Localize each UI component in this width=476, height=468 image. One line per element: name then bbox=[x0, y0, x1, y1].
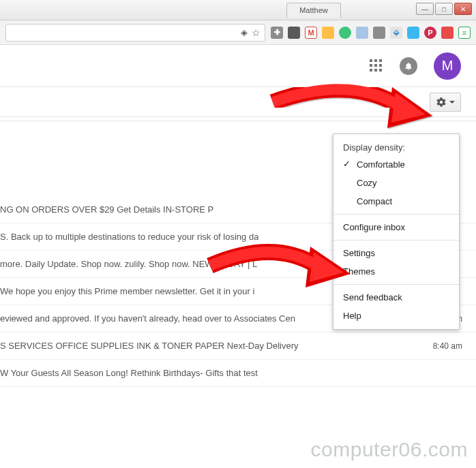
density-comfortable[interactable]: Comfortable bbox=[333, 155, 459, 174]
help-item[interactable]: Help bbox=[333, 307, 459, 325]
caret-down-icon bbox=[449, 101, 455, 104]
gmail-header: M bbox=[0, 45, 476, 87]
notifications-bell-icon[interactable] bbox=[400, 57, 417, 75]
extension-icon[interactable] bbox=[407, 27, 419, 39]
extension-icon[interactable] bbox=[288, 27, 300, 39]
minimize-button[interactable]: ― bbox=[416, 3, 434, 15]
send-feedback-item[interactable]: Send feedback bbox=[333, 288, 459, 307]
settings-item[interactable]: Settings bbox=[333, 244, 459, 262]
extension-icon[interactable]: ✚ bbox=[271, 27, 283, 39]
browser-toolbar: ◈ ☆ ✚ M ⬙ P ≡ bbox=[0, 20, 476, 45]
window-controls: ― □ ✕ bbox=[415, 3, 472, 15]
bookmark-star-icon[interactable]: ☆ bbox=[252, 27, 261, 38]
menu-separator bbox=[333, 284, 459, 285]
google-apps-icon[interactable] bbox=[370, 59, 383, 73]
extension-icon[interactable] bbox=[441, 27, 453, 39]
menu-separator bbox=[333, 214, 459, 215]
address-bar[interactable]: ◈ ☆ bbox=[5, 24, 265, 42]
close-button[interactable]: ✕ bbox=[454, 3, 472, 15]
browser-titlebar: Matthew ― □ ✕ bbox=[0, 0, 476, 20]
gear-icon bbox=[436, 97, 447, 108]
gmail-extension-icon[interactable]: M bbox=[305, 27, 317, 39]
extension-icon[interactable] bbox=[356, 27, 368, 39]
mail-row[interactable]: W Your Guests All Season Long! Rethink B… bbox=[0, 360, 476, 387]
extension-icon[interactable] bbox=[322, 27, 334, 39]
maximize-button[interactable]: □ bbox=[435, 3, 453, 15]
dropbox-extension-icon[interactable]: ⬙ bbox=[390, 27, 402, 39]
mail-row[interactable]: S SERVICES OFFICE SUPPLIES INK & TONER P… bbox=[0, 332, 476, 360]
gmail-toolbar bbox=[0, 87, 476, 117]
account-avatar[interactable]: M bbox=[434, 52, 461, 80]
watermark-text: computer06.com bbox=[311, 438, 468, 461]
extension-icon[interactable] bbox=[373, 27, 385, 39]
settings-gear-button[interactable] bbox=[430, 93, 461, 112]
settings-dropdown: Display density: Comfortable Cozy Compac… bbox=[333, 134, 460, 330]
browser-tab[interactable]: Matthew bbox=[286, 3, 341, 18]
extension-icons: ✚ M ⬙ P ≡ bbox=[271, 27, 471, 39]
chrome-menu-icon[interactable]: ≡ bbox=[458, 27, 471, 39]
permissions-icon[interactable]: ◈ bbox=[241, 27, 248, 37]
extension-icon[interactable] bbox=[339, 27, 351, 39]
configure-inbox-item[interactable]: Configure inbox bbox=[333, 218, 459, 236]
menu-separator bbox=[333, 240, 459, 240]
density-cozy[interactable]: Cozy bbox=[333, 174, 459, 192]
density-header: Display density: bbox=[333, 138, 459, 155]
density-compact[interactable]: Compact bbox=[333, 192, 459, 210]
themes-item[interactable]: Themes bbox=[333, 262, 459, 281]
pinterest-extension-icon[interactable]: P bbox=[424, 27, 436, 39]
